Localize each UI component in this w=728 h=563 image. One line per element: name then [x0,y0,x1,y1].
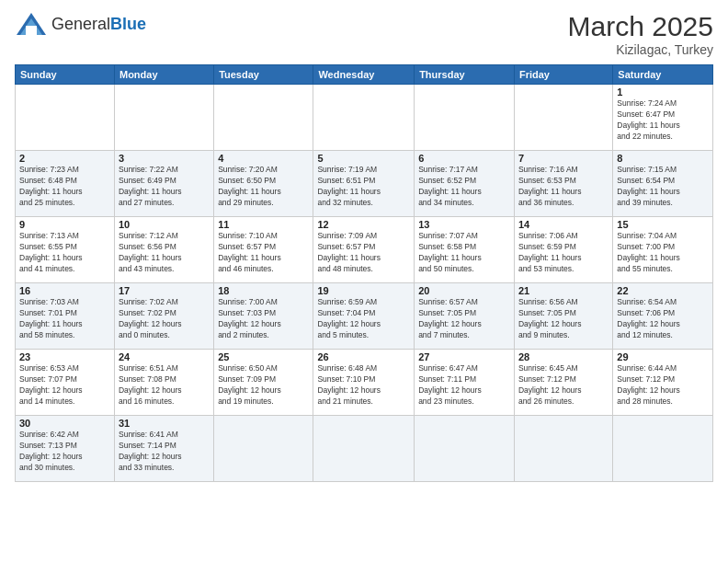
day-number: 20 [418,285,510,296]
calendar-cell [514,85,612,151]
calendar-cell [114,85,213,151]
col-saturday: Saturday [613,65,713,85]
calendar-table: Sunday Monday Tuesday Wednesday Thursday… [15,64,713,482]
calendar-cell: 15Sunrise: 7:04 AM Sunset: 7:00 PM Dayli… [613,217,713,283]
location: Kizilagac, Turkey [568,42,713,57]
calendar-week-row: 23Sunrise: 6:53 AM Sunset: 7:07 PM Dayli… [16,350,713,416]
calendar-cell: 14Sunrise: 7:06 AM Sunset: 6:59 PM Dayli… [514,217,612,283]
day-info: Sunrise: 7:07 AM Sunset: 6:58 PM Dayligh… [418,231,510,275]
col-sunday: Sunday [16,65,115,85]
day-number: 30 [19,418,110,429]
header-row: Sunday Monday Tuesday Wednesday Thursday… [16,65,713,85]
logo: GeneralBlue [15,11,146,37]
day-number: 4 [218,153,309,164]
day-number: 18 [218,285,309,296]
calendar-cell [613,416,713,482]
calendar-cell: 26Sunrise: 6:48 AM Sunset: 7:10 PM Dayli… [313,350,415,416]
calendar-cell: 28Sunrise: 6:45 AM Sunset: 7:12 PM Dayli… [514,350,612,416]
calendar-cell [16,85,115,151]
day-number: 17 [119,285,210,296]
day-info: Sunrise: 7:17 AM Sunset: 6:52 PM Dayligh… [418,165,510,209]
day-info: Sunrise: 7:09 AM Sunset: 6:57 PM Dayligh… [317,231,410,275]
calendar-cell [514,416,612,482]
day-info: Sunrise: 6:51 AM Sunset: 7:08 PM Dayligh… [119,363,210,408]
day-number: 21 [518,285,609,296]
calendar-cell: 24Sunrise: 6:51 AM Sunset: 7:08 PM Dayli… [114,350,213,416]
calendar-cell [214,85,313,151]
col-monday: Monday [114,65,213,85]
day-number: 31 [119,418,210,429]
calendar-cell: 12Sunrise: 7:09 AM Sunset: 6:57 PM Dayli… [313,217,415,283]
day-info: Sunrise: 7:23 AM Sunset: 6:48 PM Dayligh… [19,165,110,209]
calendar-cell: 30Sunrise: 6:42 AM Sunset: 7:13 PM Dayli… [16,416,115,482]
day-info: Sunrise: 6:42 AM Sunset: 7:13 PM Dayligh… [19,430,110,474]
day-number: 12 [317,219,410,230]
logo-text: GeneralBlue [51,15,146,34]
day-number: 3 [119,153,210,164]
day-number: 27 [418,351,510,362]
day-number: 26 [317,351,410,362]
day-info: Sunrise: 6:45 AM Sunset: 7:12 PM Dayligh… [518,363,609,408]
day-info: Sunrise: 7:19 AM Sunset: 6:51 PM Dayligh… [317,165,410,209]
calendar-cell: 4Sunrise: 7:20 AM Sunset: 6:50 PM Daylig… [214,151,313,217]
day-number: 22 [617,285,709,296]
calendar-cell: 7Sunrise: 7:16 AM Sunset: 6:53 PM Daylig… [514,151,612,217]
day-number: 2 [19,153,110,164]
calendar-cell: 27Sunrise: 6:47 AM Sunset: 7:11 PM Dayli… [415,350,515,416]
day-info: Sunrise: 7:12 AM Sunset: 6:56 PM Dayligh… [119,231,210,275]
calendar-cell: 3Sunrise: 7:22 AM Sunset: 6:49 PM Daylig… [114,151,213,217]
day-info: Sunrise: 7:04 AM Sunset: 7:00 PM Dayligh… [617,231,709,275]
logo-icon [15,11,48,37]
day-number: 14 [518,219,609,230]
day-number: 28 [518,351,609,362]
page-header: GeneralBlue March 2025 Kizilagac, Turkey [15,11,713,57]
calendar-cell: 22Sunrise: 6:54 AM Sunset: 7:06 PM Dayli… [613,283,713,350]
calendar-cell: 18Sunrise: 7:00 AM Sunset: 7:03 PM Dayli… [214,283,313,350]
calendar-cell: 23Sunrise: 6:53 AM Sunset: 7:07 PM Dayli… [16,350,115,416]
day-number: 9 [19,219,110,230]
day-number: 25 [218,351,309,362]
calendar-cell: 21Sunrise: 6:56 AM Sunset: 7:05 PM Dayli… [514,283,612,350]
col-thursday: Thursday [415,65,515,85]
col-friday: Friday [514,65,612,85]
day-info: Sunrise: 6:47 AM Sunset: 7:11 PM Dayligh… [418,363,510,408]
calendar-cell: 5Sunrise: 7:19 AM Sunset: 6:51 PM Daylig… [313,151,415,217]
day-number: 1 [617,86,709,98]
day-number: 24 [119,351,210,362]
calendar-cell: 2Sunrise: 7:23 AM Sunset: 6:48 PM Daylig… [16,151,115,217]
calendar-week-row: 1Sunrise: 7:24 AM Sunset: 6:47 PM Daylig… [16,85,713,151]
calendar-cell: 11Sunrise: 7:10 AM Sunset: 6:57 PM Dayli… [214,217,313,283]
calendar-week-row: 2Sunrise: 7:23 AM Sunset: 6:48 PM Daylig… [16,151,713,217]
day-info: Sunrise: 6:50 AM Sunset: 7:09 PM Dayligh… [218,363,309,408]
calendar-cell: 19Sunrise: 6:59 AM Sunset: 7:04 PM Dayli… [313,283,415,350]
calendar-cell [415,416,515,482]
day-info: Sunrise: 7:02 AM Sunset: 7:02 PM Dayligh… [119,297,210,341]
calendar-cell: 17Sunrise: 7:02 AM Sunset: 7:02 PM Dayli… [114,283,213,350]
month-title: March 2025 [568,11,713,42]
day-info: Sunrise: 7:06 AM Sunset: 6:59 PM Dayligh… [518,231,609,275]
day-info: Sunrise: 7:15 AM Sunset: 6:54 PM Dayligh… [617,165,709,209]
calendar-cell: 13Sunrise: 7:07 AM Sunset: 6:58 PM Dayli… [415,217,515,283]
day-info: Sunrise: 7:10 AM Sunset: 6:57 PM Dayligh… [218,231,309,275]
day-info: Sunrise: 6:54 AM Sunset: 7:06 PM Dayligh… [617,297,709,341]
day-info: Sunrise: 6:44 AM Sunset: 7:12 PM Dayligh… [617,363,709,408]
calendar-cell: 29Sunrise: 6:44 AM Sunset: 7:12 PM Dayli… [613,350,713,416]
calendar-week-row: 30Sunrise: 6:42 AM Sunset: 7:13 PM Dayli… [16,416,713,482]
day-info: Sunrise: 6:53 AM Sunset: 7:07 PM Dayligh… [19,363,110,408]
calendar-cell: 1Sunrise: 7:24 AM Sunset: 6:47 PM Daylig… [613,85,713,151]
calendar-page: GeneralBlue March 2025 Kizilagac, Turkey… [0,0,728,563]
day-number: 13 [418,219,510,230]
day-info: Sunrise: 7:16 AM Sunset: 6:53 PM Dayligh… [518,165,609,209]
calendar-cell: 8Sunrise: 7:15 AM Sunset: 6:54 PM Daylig… [613,151,713,217]
day-number: 11 [218,219,309,230]
col-wednesday: Wednesday [313,65,415,85]
day-info: Sunrise: 6:59 AM Sunset: 7:04 PM Dayligh… [317,297,410,341]
day-number: 7 [518,153,609,164]
day-info: Sunrise: 6:57 AM Sunset: 7:05 PM Dayligh… [418,297,510,341]
calendar-cell: 31Sunrise: 6:41 AM Sunset: 7:14 PM Dayli… [114,416,213,482]
day-info: Sunrise: 7:22 AM Sunset: 6:49 PM Dayligh… [119,165,210,209]
calendar-week-row: 16Sunrise: 7:03 AM Sunset: 7:01 PM Dayli… [16,283,713,350]
day-number: 6 [418,153,510,164]
day-info: Sunrise: 6:56 AM Sunset: 7:05 PM Dayligh… [518,297,609,341]
day-number: 10 [119,219,210,230]
